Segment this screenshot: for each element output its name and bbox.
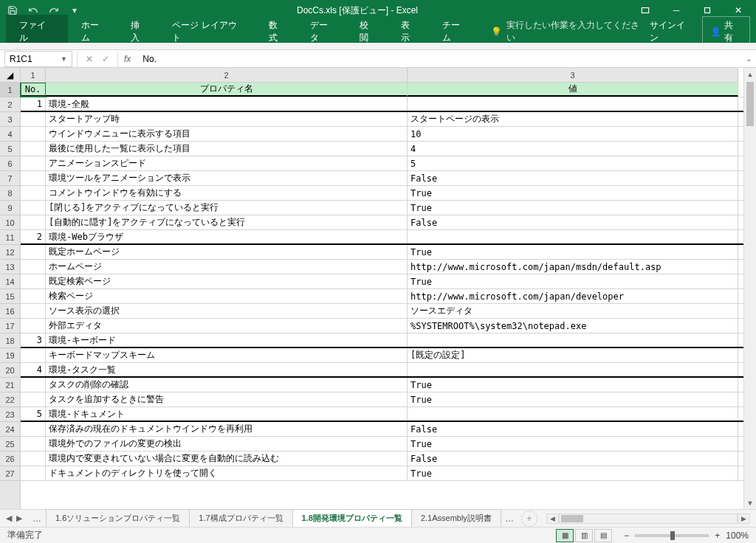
normal-view-button[interactable]: ▦ [556,529,574,542]
cell[interactable] [21,112,46,126]
cell[interactable]: 4 [408,142,738,156]
row-header-12[interactable]: 12 [0,245,20,260]
cell[interactable]: 最後に使用した一覧に表示した項目 [46,142,408,156]
cell[interactable] [21,156,46,170]
col-header-2[interactable]: 2 [46,68,408,82]
name-box-dropdown-icon[interactable]: ▼ [61,55,67,63]
cell[interactable]: スタートページの表示 [408,112,738,126]
cell[interactable]: True [408,466,738,480]
cell[interactable]: True [408,201,738,215]
cell[interactable] [21,186,46,200]
sheet-ellipsis-right[interactable]: … [501,513,518,524]
cell[interactable] [21,215,46,229]
cell[interactable] [408,333,738,347]
cell[interactable] [21,319,46,333]
scroll-down-icon[interactable]: ▼ [744,497,756,509]
sheet-tab[interactable]: 1.7構成プロパティ一覧 [189,509,292,528]
zoom-in-button[interactable]: + [715,530,720,541]
row-header-9[interactable]: 9 [0,201,20,215]
hscroll-thumb[interactable] [561,515,583,522]
scroll-right-icon[interactable]: ▶ [738,513,750,524]
cell[interactable]: 環境-ドキュメント [46,407,408,421]
cell[interactable]: 環境ツールをアニメーションで表示 [46,171,408,185]
cell[interactable]: False [408,215,738,229]
cell[interactable]: [自動的に隠す]をアクティブになっていると実行 [46,215,408,229]
vscroll-thumb[interactable] [746,82,754,126]
cell[interactable]: ソースエディタ [408,304,738,318]
formula-input[interactable] [137,54,741,64]
sheet-ellipsis-left[interactable]: … [28,513,46,524]
cell[interactable]: 環境-キーボード [46,333,408,347]
cell[interactable]: 環境-タスク一覧 [46,363,408,376]
row-header-27[interactable]: 27 [0,466,20,481]
cell[interactable]: ドキュメントのディレクトリを使って開く [46,466,408,480]
horizontal-scrollbar[interactable]: ◀ ▶ [546,513,750,524]
col-header-3[interactable]: 3 [408,68,738,82]
sheet-tab[interactable]: 1.8開発環境プロパティ一覧 [292,509,412,528]
cell[interactable] [21,274,46,288]
row-header-25[interactable]: 25 [0,437,20,452]
cell[interactable]: True [408,245,738,259]
cell[interactable]: タスクを追加するときに警告 [46,392,408,407]
cell[interactable]: 1 [21,97,46,111]
cell[interactable]: 5 [21,407,46,421]
fx-icon[interactable]: fx [118,54,137,64]
cell[interactable]: 10 [408,127,738,141]
sheet-nav-next-icon[interactable]: ▶ [16,513,22,523]
cell[interactable]: http://www.microsoft.com/japan/developer [408,289,738,303]
scroll-left-icon[interactable]: ◀ [546,513,559,524]
page-layout-view-button[interactable]: ▥ [575,529,593,542]
undo-button[interactable] [24,1,43,19]
page-break-view-button[interactable]: ▤ [594,529,612,542]
cell[interactable] [408,97,738,111]
cell[interactable]: 環境外でのファイルの変更の検出 [46,437,408,451]
cell[interactable]: False [408,422,738,436]
cell[interactable] [408,230,738,243]
cells-area[interactable]: No. プロパティ名 値 1環境-全般スタートアップ時スタートページの表示ウイン… [21,83,743,509]
cell[interactable] [21,142,46,156]
row-header-2[interactable]: 2 [0,97,20,112]
redo-button[interactable] [44,1,63,19]
enter-formula-button[interactable]: ✓ [98,52,113,66]
row-header-1[interactable]: 1 [0,83,20,97]
select-all-corner[interactable]: ◢ [0,68,21,83]
cell[interactable]: 3 [21,333,46,347]
cell[interactable]: 既定検索ページ [46,274,408,288]
cell[interactable] [21,201,46,215]
cell[interactable]: ホームページ [46,260,408,274]
cell[interactable]: 4 [21,363,46,376]
cell[interactable] [21,452,46,466]
vertical-scrollbar[interactable]: ▲ ▼ [743,68,756,509]
row-header-15[interactable]: 15 [0,289,20,304]
cell[interactable]: 既定ホームページ [46,245,408,259]
row-header-6[interactable]: 6 [0,156,20,171]
cell[interactable] [21,348,46,362]
row-header-16[interactable]: 16 [0,304,20,319]
row-header-24[interactable]: 24 [0,422,20,437]
signin-link[interactable]: サインイン [650,19,693,44]
row-header-19[interactable]: 19 [0,348,20,363]
cell[interactable] [21,466,46,480]
cell[interactable]: [閉じる]をアクティブになっていると実行 [46,201,408,215]
cell[interactable]: False [408,171,738,185]
row-header-4[interactable]: 4 [0,127,20,142]
cell[interactable]: スタートアップ時 [46,112,408,126]
header-no[interactable]: No. [21,83,46,97]
cell[interactable]: 環境-全般 [46,97,408,111]
row-header-8[interactable]: 8 [0,186,20,201]
cell[interactable]: True [408,392,738,407]
cell[interactable]: 2 [21,230,46,243]
header-value[interactable]: 値 [408,83,738,97]
add-sheet-button[interactable]: + [521,511,537,527]
cell[interactable] [21,260,46,274]
header-property[interactable]: プロパティ名 [46,83,408,97]
qat-customize-icon[interactable]: ▾ [65,1,84,19]
cell[interactable]: コメントウインドウを有効にする [46,186,408,200]
cell[interactable] [21,422,46,436]
cell[interactable]: http://www.microsoft.com/japan/msdn/defa… [408,260,738,274]
cell[interactable]: True [408,378,738,392]
row-header-5[interactable]: 5 [0,142,20,156]
cell[interactable]: %SYSTEMROOT%\system32\notepad.exe [408,319,738,333]
zoom-out-button[interactable]: − [624,530,629,541]
row-header-26[interactable]: 26 [0,452,20,466]
